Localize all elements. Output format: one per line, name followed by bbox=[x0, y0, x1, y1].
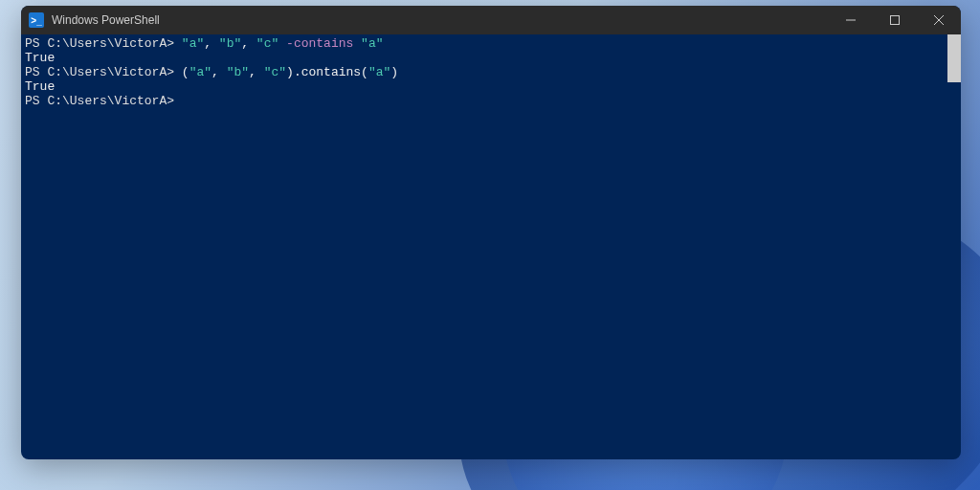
terminal-line: True bbox=[25, 51, 957, 65]
window-controls bbox=[829, 6, 961, 34]
minimize-button[interactable] bbox=[829, 6, 873, 34]
close-button[interactable] bbox=[917, 6, 961, 34]
terminal-line: True bbox=[25, 79, 957, 94]
powershell-icon: >_ bbox=[29, 12, 44, 28]
scrollbar-thumb[interactable] bbox=[947, 34, 961, 82]
terminal-line: PS C:\Users\VictorA> "a", "b", "c" -cont… bbox=[25, 36, 957, 51]
terminal-line: PS C:\Users\VictorA> bbox=[25, 94, 957, 108]
maximize-button[interactable] bbox=[873, 6, 917, 34]
window-title: Windows PowerShell bbox=[52, 13, 829, 27]
terminal-area[interactable]: PS C:\Users\VictorA> "a", "b", "c" -cont… bbox=[21, 34, 961, 459]
svg-rect-1 bbox=[891, 16, 900, 25]
titlebar[interactable]: >_ Windows PowerShell bbox=[21, 6, 961, 34]
powershell-window: >_ Windows PowerShell PS C:\Users\Victor… bbox=[21, 6, 961, 459]
terminal-line: PS C:\Users\VictorA> ("a", "b", "c").con… bbox=[25, 65, 957, 79]
